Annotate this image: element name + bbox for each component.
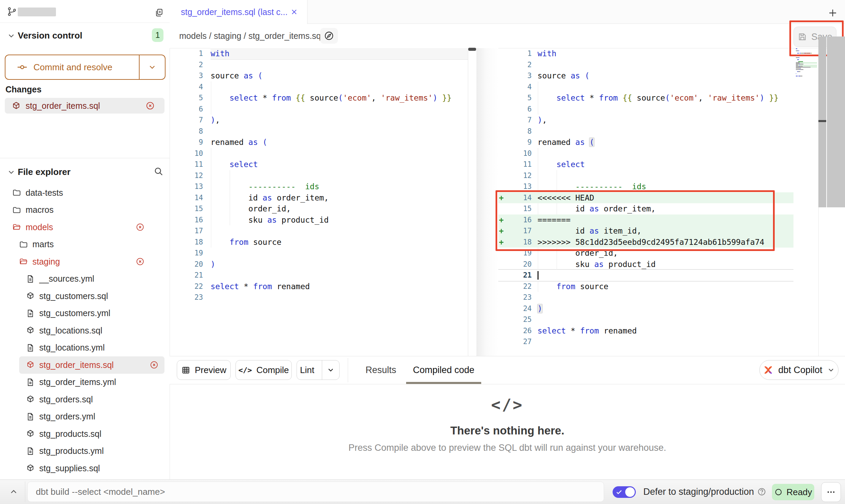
more-options-button[interactable] (821, 482, 841, 502)
editor-scrollbar-handle[interactable] (818, 120, 826, 122)
file-explorer-item-stg_products.yml[interactable]: stg_products.yml (0, 443, 170, 460)
chevron-down-icon[interactable] (7, 168, 16, 177)
code-line-17[interactable]: 17 (170, 225, 468, 237)
line-number: 27 (506, 338, 532, 346)
version-control-badge: 1 (152, 28, 163, 42)
file-explorer-item-__sources.yml[interactable]: __sources.yml (0, 270, 170, 288)
file-explorer-item-stg_supplies.sql[interactable]: stg_supplies.sql (0, 460, 170, 477)
help-icon[interactable] (757, 487, 767, 496)
lint-button[interactable]: Lint (297, 360, 340, 380)
window-scrollbar[interactable] (827, 36, 845, 207)
file-explorer-item-stg_orders.sql[interactable]: stg_orders.sql (0, 391, 170, 408)
code-line-3[interactable]: 3source as ( (170, 70, 468, 81)
tab-compiled-code[interactable]: Compiled code (406, 361, 481, 379)
file-explorer-item-stg_locations.sql[interactable]: stg_locations.sql (0, 322, 170, 339)
line-number: 18 (170, 238, 203, 246)
command-input[interactable]: dbt build --select <model_name> (27, 481, 604, 502)
lineage-compass-icon[interactable] (320, 28, 338, 44)
code-line-25[interactable]: 25 (498, 314, 793, 325)
code-line-23[interactable]: 23 (498, 292, 793, 303)
code-line-18[interactable]: 18 from source (170, 237, 468, 248)
code-line-1[interactable]: 1with (498, 48, 793, 59)
file-explorer-item-models[interactable]: models (0, 219, 170, 236)
file-explorer-item-staging[interactable]: staging (0, 253, 170, 270)
code-line-11[interactable]: 11 select (498, 159, 793, 170)
file-explorer-item-stg_locations.yml[interactable]: stg_locations.yml (0, 339, 170, 357)
code-line-20[interactable]: 20) (170, 259, 468, 270)
code-text (211, 225, 468, 237)
chevron-up-icon[interactable] (7, 486, 20, 498)
code-line-23[interactable]: 23 (170, 292, 468, 303)
lint-options-chevron[interactable] (322, 360, 339, 380)
preview-button[interactable]: Preview (177, 360, 231, 380)
code-line-8[interactable]: 8 (170, 126, 468, 137)
code-line-8[interactable]: 8 (498, 126, 793, 137)
pane-divider[interactable] (476, 48, 498, 356)
code-line-5[interactable]: 5 select * from {{ source('ecom', 'raw_i… (498, 92, 793, 104)
new-tab-icon[interactable] (826, 6, 840, 20)
close-icon[interactable] (290, 8, 298, 16)
search-icon[interactable] (153, 166, 163, 176)
code-line-19[interactable]: 19 (170, 248, 468, 259)
file-explorer-item-macros[interactable]: macros (0, 202, 170, 219)
code-line-10[interactable]: 10 (498, 148, 793, 159)
file-explorer-item-stg_products.sql[interactable]: stg_products.sql (0, 425, 170, 443)
left-editor-scrollbar-thumb[interactable] (468, 48, 476, 51)
code-line-24[interactable]: 24) (498, 303, 793, 314)
defer-toggle[interactable] (613, 486, 636, 498)
file-explorer-item-stg_customers.sql[interactable]: stg_customers.sql (0, 287, 170, 305)
minimap[interactable] (796, 48, 817, 96)
dbt-copilot-button[interactable]: dbt Copilot (759, 360, 839, 380)
file-explorer-item-stg_order_items.yml[interactable]: stg_order_items.yml (0, 374, 170, 391)
conflict-icon[interactable] (135, 257, 145, 266)
conflict-icon[interactable] (149, 360, 159, 370)
code-line-21[interactable]: 21 (498, 270, 793, 281)
changed-file-row[interactable]: stg_order_items.sql (5, 98, 164, 114)
chevron-down-icon (827, 366, 835, 374)
code-line-26[interactable]: 26select * from renamed (498, 325, 793, 337)
commit-options-chevron[interactable] (139, 55, 165, 79)
commit-and-resolve-button[interactable]: Commit and resolve (5, 55, 166, 80)
code-line-9[interactable]: 9renamed as ( (498, 137, 793, 148)
code-line-2[interactable]: 2 (498, 59, 793, 71)
code-line-1[interactable]: 1with (170, 48, 468, 59)
code-line-5[interactable]: 5 select * from {{ source('ecom', 'raw_i… (170, 92, 468, 104)
code-line-3[interactable]: 3source as ( (498, 70, 793, 81)
code-line-21[interactable]: 21 (170, 270, 468, 281)
compile-button[interactable]: </> Compile (235, 360, 292, 380)
code-line-12[interactable]: 12 (170, 170, 468, 181)
code-line-14[interactable]: 14 id as order_item, (170, 192, 468, 204)
file-explorer-item-stg_orders.yml[interactable]: stg_orders.yml (0, 408, 170, 426)
file-explorer-item-stg_order_items.sql[interactable]: stg_order_items.sql (19, 356, 164, 374)
conflict-icon[interactable] (135, 223, 145, 232)
code-line-4[interactable]: 4 (170, 81, 468, 93)
tab-results[interactable]: Results (355, 361, 407, 379)
code-line-6[interactable]: 6 (170, 104, 468, 115)
file-explorer-item-marts[interactable]: marts (0, 236, 170, 253)
code-line-12[interactable]: 12 (498, 170, 793, 181)
conflict-icon[interactable] (145, 101, 155, 110)
file-explorer-item-data-tests[interactable]: data-tests (0, 184, 170, 202)
code-line-2[interactable]: 2 (170, 59, 468, 71)
code-line-6[interactable]: 6 (498, 104, 793, 115)
code-line-16[interactable]: 16 sku as product_id (170, 214, 468, 226)
file-explorer-item-stg_customers.yml[interactable]: stg_customers.yml (0, 305, 170, 322)
code-line-20[interactable]: 20 sku as product_id (498, 259, 793, 270)
tab-stg-order-items[interactable]: stg_order_items.sql (last c... (170, 0, 307, 24)
code-line-22[interactable]: 22 from source (498, 281, 793, 292)
code-line-4[interactable]: 4 (498, 81, 793, 93)
code-line-10[interactable]: 10 (170, 148, 468, 159)
code-line-9[interactable]: 9renamed as ( (170, 137, 468, 148)
chevron-down-icon[interactable] (7, 31, 16, 40)
code-line-15[interactable]: 15 order_id, (170, 203, 468, 214)
editor-last-commit[interactable]: 1with23source as (45 select * from {{ so… (170, 48, 468, 356)
line-number: 13 (170, 182, 203, 191)
code-line-13[interactable]: 13 ---------- ids (170, 181, 468, 192)
code-line-7[interactable]: 7), (170, 115, 468, 126)
code-line-22[interactable]: 22select * from renamed (170, 281, 468, 292)
folder-open-icon (12, 223, 21, 232)
code-line-27[interactable]: 27 (498, 336, 793, 347)
code-line-7[interactable]: 7), (498, 115, 793, 126)
code-line-11[interactable]: 11 select (170, 159, 468, 170)
copy-icon[interactable] (154, 8, 164, 17)
